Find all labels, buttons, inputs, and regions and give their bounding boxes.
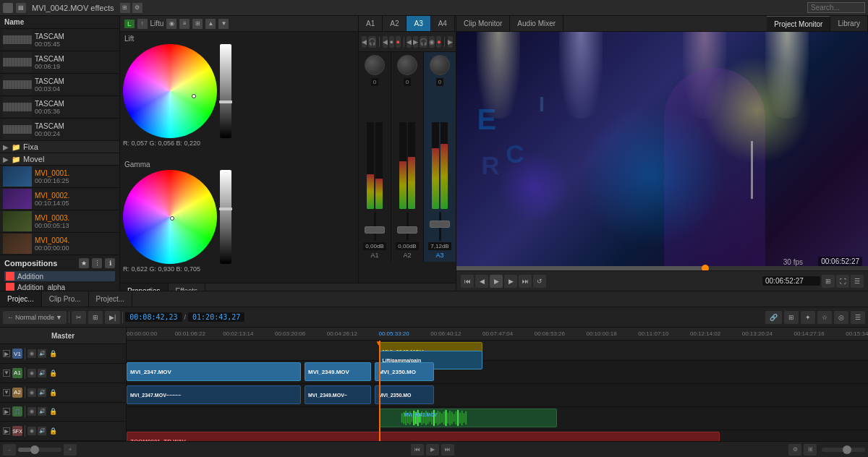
audio-headphones-button[interactable]: 🎧 <box>420 36 427 48</box>
playback-zoom-handle[interactable] <box>843 445 851 454</box>
timeline-clip-mvi2350-v1[interactable]: MVI_2350.MO <box>375 362 434 381</box>
timeline-zoom-in-button[interactable]: + <box>64 444 77 456</box>
lift-color-wheel[interactable] <box>123 44 217 138</box>
settings-button[interactable]: ☰ <box>851 275 864 288</box>
list-item[interactable]: TASCAM 00:00:24 <box>0 119 119 141</box>
a2-eye-button[interactable]: ◉ <box>27 388 36 397</box>
monitor-icon[interactable]: ⊞ <box>120 3 130 13</box>
a3-value[interactable]: 0 <box>436 78 443 86</box>
fullscreen-button[interactable]: ⛶ <box>836 275 849 288</box>
zoom-handle[interactable] <box>30 445 39 454</box>
tab-a1[interactable]: A1 <box>359 16 383 31</box>
compositions-info-button[interactable]: ℹ <box>105 258 115 268</box>
add-composition-button[interactable]: ★ <box>79 258 89 268</box>
target-button[interactable]: ◎ <box>834 311 848 324</box>
play-button[interactable]: ▶ <box>490 275 503 288</box>
list-item[interactable]: TASCAM 00:05:45 <box>0 29 119 51</box>
menu-button[interactable]: ☰ <box>851 311 865 324</box>
group-button[interactable]: ⊞ <box>784 311 799 324</box>
chevron-up-icon[interactable]: ▲ <box>205 19 216 29</box>
search-input[interactable] <box>807 2 865 13</box>
audio-play-button[interactable]: ◀ <box>383 36 388 48</box>
a3-pan-knob[interactable] <box>430 55 450 75</box>
timeline-clip-mvi0042-a2[interactable]: MVI_0042.MOV <box>379 409 557 427</box>
audio-monitor2-button[interactable]: ◉ <box>429 36 435 48</box>
a1-expand-button[interactable]: ▼ <box>3 370 10 377</box>
a1-eye-button[interactable]: ◉ <box>27 369 36 377</box>
sfx-lock-icon[interactable]: 🔒 <box>48 427 57 435</box>
audio-record-button[interactable]: ● <box>436 36 441 48</box>
gamma-color-wheel[interactable] <box>123 170 217 264</box>
a1-fader-handle[interactable] <box>365 226 385 234</box>
step-back-button[interactable]: ◀ <box>475 275 488 288</box>
tab-project-monitor[interactable]: Project Monitor <box>767 16 830 31</box>
a2-value[interactable]: 0 <box>404 78 411 86</box>
tab-effects[interactable]: Effects <box>169 283 205 291</box>
v1-mute-button[interactable]: 🔊 <box>38 349 46 358</box>
audio-stop-button[interactable]: ● <box>389 36 394 48</box>
timeline-zoom-out-button[interactable]: - <box>3 444 16 456</box>
audio-mute-button[interactable]: ◀ <box>362 36 367 48</box>
gamma-slider[interactable] <box>220 170 231 264</box>
timeline-clip-zoom-music[interactable]: ZOOM0001_TR.WAV <box>127 432 720 441</box>
list-item[interactable]: TASCAM 00:03:04 <box>0 74 119 96</box>
lift-slider-handle[interactable] <box>219 101 232 103</box>
go-to-start-button[interactable]: ⏮ <box>461 275 474 288</box>
a1-lock-icon[interactable]: 🔒 <box>48 369 57 377</box>
tab-properties[interactable]: Properties <box>120 283 169 291</box>
preview-scrubber-bar[interactable] <box>456 266 868 270</box>
zoom-button[interactable]: ⊞ <box>822 275 835 288</box>
audio-next-button[interactable]: ▶ <box>413 36 418 48</box>
music-eye-button[interactable]: ◉ <box>27 407 36 416</box>
v1-lock-icon[interactable]: 🔒 <box>48 349 57 358</box>
list-item[interactable]: MVI_0001. 00:00:16:25 <box>0 166 119 188</box>
playback-zoom-slider[interactable] <box>822 448 865 452</box>
a2-expand-button[interactable]: ▼ <box>3 389 10 396</box>
a2-db-value[interactable]: 0,00dB <box>396 242 418 250</box>
tab-clip-project[interactable]: Clip Pro... <box>42 291 89 307</box>
star-button[interactable]: ☆ <box>817 311 832 324</box>
audio-expand-button[interactable]: ▶ <box>448 36 453 48</box>
expand-icon[interactable]: ⊞ <box>192 19 203 29</box>
v1-expand-button[interactable]: ▶ <box>3 350 10 357</box>
v1-eye-button[interactable]: ◉ <box>27 349 36 358</box>
list-item[interactable]: MVI_0003. 00:00:05:13 <box>0 210 119 233</box>
timeline-zoom-slider[interactable] <box>18 448 61 452</box>
tab-library[interactable]: Library <box>830 16 868 31</box>
sfx-mute-button[interactable]: 🔊 <box>38 427 46 435</box>
gamma-wheel-handle[interactable] <box>170 216 174 221</box>
preview-scrubber-handle[interactable] <box>702 265 709 270</box>
loop-button[interactable]: ↺ <box>533 275 546 288</box>
a2-mute-track-button[interactable]: 🔊 <box>38 388 46 397</box>
tab-project[interactable]: Projec... <box>0 291 42 307</box>
align-icon[interactable]: ≡ <box>179 19 190 29</box>
lift-slider[interactable] <box>220 44 231 138</box>
list-item[interactable]: TASCAM 00:06:19 <box>0 51 119 74</box>
go-to-end-button[interactable]: ⏭ <box>519 275 532 288</box>
tab-a4[interactable]: A4 <box>431 16 455 31</box>
gamma-slider-handle[interactable] <box>219 208 232 210</box>
a2-fader-handle[interactable] <box>397 226 417 234</box>
lift-icon[interactable]: ↑ <box>137 19 148 29</box>
sfx-eye-button[interactable]: ◉ <box>27 427 36 435</box>
tab-project2[interactable]: Project... <box>89 291 132 307</box>
preview-timecode-field[interactable]: 00:06:52:27 <box>762 276 820 286</box>
music-lock-icon[interactable]: 🔒 <box>48 407 57 416</box>
compositions-settings-button[interactable]: ⋮ <box>92 258 102 268</box>
fit-button[interactable]: ⊞ <box>88 311 103 324</box>
music-expand-button[interactable]: ▶ <box>3 408 10 415</box>
settings-icon[interactable]: ⚙ <box>132 3 142 13</box>
go-to-end-bottom-button[interactable]: ⏭ <box>441 444 454 456</box>
a1-mute-track-button[interactable]: 🔊 <box>38 369 46 377</box>
audio-monitor-button[interactable]: 🎧 <box>368 36 376 48</box>
tab-audio-mixer[interactable]: Audio Mixer <box>510 16 563 31</box>
a1-pan-knob[interactable] <box>365 55 385 75</box>
eye-icon[interactable]: ◉ <box>166 19 176 29</box>
list-item[interactable]: MVI_0002. 00:10:14:05 <box>0 188 119 210</box>
music-mute-button[interactable]: 🔊 <box>38 407 46 416</box>
timeline-clip-mvi2350-a1[interactable]: MVI_2350.MO <box>375 385 434 404</box>
step-forward-button[interactable]: ▶ <box>504 275 517 288</box>
composition-item-addition-alpha[interactable]: Addition_alpha <box>4 282 115 291</box>
timeline-clip-mvi2349-a1[interactable]: MVI_2349.MOV~ <box>305 385 371 404</box>
folder-item-fixa[interactable]: ▶ 📁 Fixa <box>0 141 119 153</box>
